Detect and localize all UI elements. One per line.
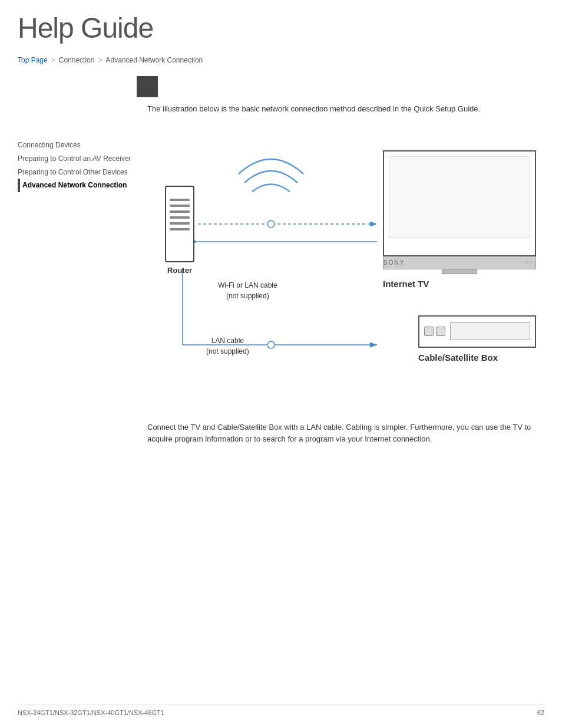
router-line-2 [170,205,190,207]
tv-base-area: SONY • • [383,256,536,269]
content-area: The illustration below is the basic netw… [135,103,548,446]
sidebar: Connecting Devices Preparing to Control … [18,103,135,446]
breadcrumb-top[interactable]: Top Page [18,56,48,64]
diagram-container: Router Wi-Fi or LAN cable (not supplied)… [147,127,548,410]
page-icon [137,76,158,97]
cable-satellite-label: Cable/Satellite Box [418,353,536,363]
footer-description: Connect the TV and Cable/Satellite Box w… [147,421,548,446]
sidebar-item-preparing-other[interactable]: Preparing to Control Other Devices [18,166,135,179]
router-body [165,186,194,262]
intro-text: The illustration below is the basic netw… [147,103,548,115]
tv-stand [442,269,477,274]
cable-satellite-box: Cable/Satellite Box [418,315,536,363]
header: Help Guide [0,0,562,50]
tv-screen-outer [383,150,536,256]
breadcrumb-sep1: > [51,56,55,64]
sat-box-screen [450,322,530,340]
sat-btn-2 [436,327,445,336]
breadcrumb-current: Advanced Network Connection [105,56,203,64]
page-title: Help Guide [18,12,544,44]
router-lines [170,199,190,234]
router-line-6 [170,228,190,230]
router-line-4 [170,216,190,219]
sat-box-body [418,315,536,348]
sat-btn-1 [424,327,434,336]
router-line-5 [170,222,190,225]
breadcrumb: Top Page > Connection > Advanced Network… [0,50,562,70]
breadcrumb-connection: Connection [59,56,95,64]
router-line-3 [170,210,190,213]
footer-page-number: 62 [537,709,544,716]
router-line-1 [170,199,190,201]
wifi-label: Wi-Fi or LAN cable (not supplied) [218,280,277,301]
lan-cable-label: LAN cable (not supplied) [206,335,249,357]
router-label: Router [165,266,194,275]
tv-screen-inner [389,156,530,238]
tv-label: Internet TV [383,279,536,289]
sidebar-item-connecting-devices[interactable]: Connecting Devices [18,139,135,152]
sidebar-item-preparing-av[interactable]: Preparing to Control an AV Receiver [18,152,135,166]
footer-model: NSX-24GT1/NSX-32GT1/NSX-40GT1/NSX-46GT1 [18,709,164,716]
breadcrumb-sep2: > [98,56,102,64]
tv-device: SONY • • Internet TV [383,150,536,289]
svg-point-5 [267,220,275,228]
main-layout: Connecting Devices Preparing to Control … [0,103,562,446]
router-device: Router [165,186,194,275]
sidebar-item-advanced-network[interactable]: Advanced Network Connection [18,179,135,192]
svg-point-9 [267,341,275,348]
sat-box-buttons [424,327,445,336]
page-footer: NSX-24GT1/NSX-32GT1/NSX-40GT1/NSX-46GT1 … [18,704,544,716]
